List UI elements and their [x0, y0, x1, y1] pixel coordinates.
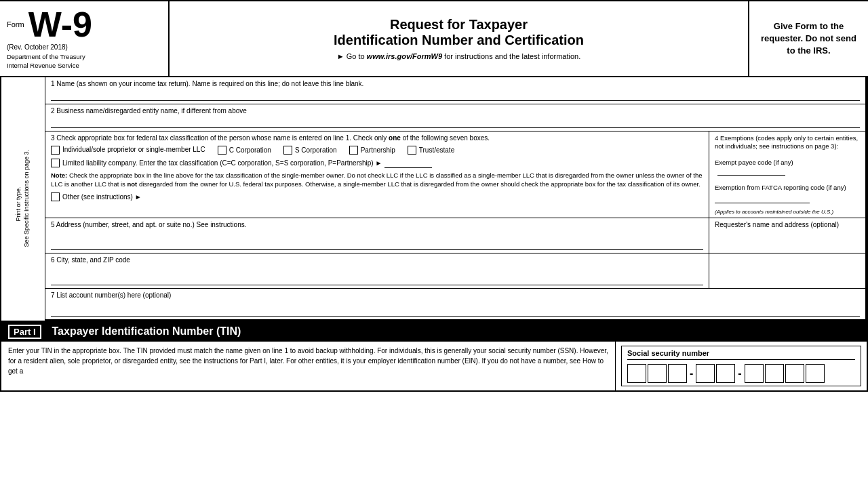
give-form-text: Give Form to the requester. Do not send … — [756, 20, 861, 58]
part1-section: Part I Taxpayer Identification Number (T… — [1, 321, 867, 390]
checkbox-trust-label: Trust/estate — [419, 146, 454, 154]
line6-left: 6 City, state, and ZIP code — [45, 253, 709, 288]
side-label-see: See Specific Instructions on page 3. — [23, 150, 31, 247]
note-not: not — [127, 180, 137, 188]
line6-row: 6 City, state, and ZIP code — [45, 253, 865, 289]
line3-label: 3 Check appropriate box for federal tax … — [51, 134, 703, 142]
ssn-group2 — [696, 364, 735, 383]
line2-label: 2 Business name/disregarded entity name,… — [51, 107, 860, 115]
checkbox-individual[interactable] — [51, 146, 60, 155]
line5-left: 5 Address (number, street, and apt. or s… — [45, 218, 709, 253]
note-bold: Note: — [51, 171, 67, 179]
line3-label-text: 3 Check appropriate box for federal tax … — [51, 134, 387, 142]
other-label: Other (see instructions) ► — [62, 193, 142, 201]
llc-label: Limited liability company. Enter the tax… — [62, 159, 382, 167]
part1-title: Taxpayer Identification Number (TIN) — [52, 325, 241, 338]
ssn-group1 — [627, 364, 687, 383]
ssn-box-5[interactable] — [716, 364, 735, 383]
requester-continued — [709, 253, 865, 288]
requester-label: Requester's name and address (optional) — [715, 221, 860, 228]
line6-input[interactable] — [51, 273, 703, 285]
line2-input[interactable] — [51, 116, 860, 128]
checkbox-partnership-label: Partnership — [361, 146, 395, 154]
fatca-label: Exemption from FATCA reporting code (if … — [715, 184, 860, 192]
main-title-line1: Request for Taxpayer — [334, 17, 584, 33]
form-header: Form W-9 (Rev. October 2018) Department … — [0, 1, 868, 77]
ssn-group3 — [745, 364, 825, 383]
line3-4-row: 3 Check appropriate box for federal tax … — [45, 131, 865, 218]
checkbox-trust[interactable] — [408, 146, 416, 155]
irs-link-prefix: ► Go to — [337, 52, 367, 60]
ssn-boxes: - - — [627, 364, 855, 383]
line5-input[interactable] — [51, 238, 703, 250]
line3-label-bold: one — [389, 134, 401, 142]
part1-header: Part I Taxpayer Identification Number (T… — [1, 322, 867, 342]
ssn-box-9[interactable] — [806, 364, 825, 383]
checkbox-s-corp-label: S Corporation — [295, 146, 337, 154]
line4-right: 4 Exemptions (codes apply only to certai… — [709, 131, 865, 218]
ssn-title: Social security number — [627, 349, 855, 360]
header-right: Give Form to the requester. Do not send … — [749, 1, 868, 76]
checkbox-partnership[interactable] — [349, 146, 358, 155]
form-fields: 1 Name (as shown on your income tax retu… — [45, 77, 867, 321]
line7-input[interactable] — [51, 304, 860, 317]
ssn-block: Social security number - — [621, 346, 861, 386]
checkbox-c-corp[interactable] — [218, 146, 226, 155]
part1-badge: Part I — [8, 325, 41, 339]
line6-label: 6 City, state, and ZIP code — [51, 256, 703, 264]
part1-right: Social security number - — [616, 342, 867, 390]
dept-line2: Internal Revenue Service — [7, 61, 161, 70]
checkbox-c-corp-label: C Corporation — [229, 146, 271, 154]
ssn-box-2[interactable] — [648, 364, 667, 383]
header-left: Form W-9 (Rev. October 2018) Department … — [0, 1, 170, 76]
checkbox-partnership-item: Partnership — [349, 146, 395, 155]
ssn-box-6[interactable] — [745, 364, 764, 383]
part1-body: Enter your TIN in the appropriate box. T… — [1, 342, 867, 390]
line7-row: 7 List account number(s) here (optional) — [45, 289, 865, 321]
line2-row: 2 Business name/disregarded entity name,… — [45, 104, 865, 131]
side-label-print: Print or type. — [15, 161, 23, 247]
checkbox-s-corp[interactable] — [283, 146, 292, 155]
side-label-text: Print or type. See Specific Instructions… — [15, 150, 31, 247]
form-number: W-9 — [28, 7, 92, 42]
checkboxes-row: Individual/sole proprietor or single-mem… — [51, 146, 703, 155]
exempt-section: Exempt payee code (if any) — [715, 159, 860, 177]
form-title-block: Form W-9 — [7, 7, 161, 42]
checkbox-c-corp-item: C Corporation — [218, 146, 271, 155]
ssn-box-3[interactable] — [668, 364, 687, 383]
exempt-payee-label: Exempt payee code (if any) — [715, 159, 793, 166]
checkbox-s-corp-item: S Corporation — [283, 146, 337, 155]
checkbox-individual-item: Individual/sole proprietor or single-mem… — [51, 146, 205, 155]
note-text2: disregarded from the owner for U.S. fede… — [139, 180, 701, 188]
line3-left: 3 Check appropriate box for federal tax … — [45, 131, 709, 218]
exempt-payee-input[interactable] — [717, 166, 785, 176]
irs-url: www.irs.gov/FormW9 — [367, 52, 442, 60]
ssn-dash-1: - — [690, 367, 693, 380]
note-block: Note: Check the appropriate box in the l… — [51, 171, 703, 189]
line1-row: 1 Name (as shown on your income tax retu… — [45, 77, 865, 104]
ssn-box-8[interactable] — [785, 364, 804, 383]
line1-input[interactable] — [51, 89, 860, 101]
requester-block: Requester's name and address (optional) — [709, 218, 865, 253]
line4-label: 4 Exemptions (codes apply only to certai… — [715, 134, 860, 151]
main-title: Request for Taxpayer Identification Numb… — [334, 17, 584, 48]
applies-text: (Applies to accounts maintained outside … — [715, 209, 860, 215]
dept-line1: Department of the Treasury — [7, 52, 161, 61]
checkbox-llc[interactable] — [51, 159, 60, 167]
fatca-input[interactable] — [715, 194, 810, 203]
llc-row: Limited liability company. Enter the tax… — [51, 159, 703, 168]
main-title-line2: Identification Number and Certification — [334, 33, 584, 48]
ssn-box-7[interactable] — [765, 364, 784, 383]
part1-left: Enter your TIN in the appropriate box. T… — [1, 342, 616, 390]
rev-date: (Rev. October 2018) — [7, 43, 161, 51]
ssn-box-4[interactable] — [696, 364, 715, 383]
ssn-dash-2: - — [738, 367, 741, 380]
checkbox-other[interactable] — [51, 192, 60, 201]
form-page: Form W-9 (Rev. October 2018) Department … — [0, 0, 868, 392]
checkbox-individual-label: Individual/sole proprietor or single-mem… — [62, 146, 205, 153]
irs-link: ► Go to www.irs.gov/FormW9 for instructi… — [337, 52, 581, 60]
side-label: Print or type. See Specific Instructions… — [1, 77, 45, 321]
checkbox-trust-item: Trust/estate — [408, 146, 454, 155]
llc-input[interactable] — [384, 159, 432, 168]
ssn-box-1[interactable] — [627, 364, 646, 383]
